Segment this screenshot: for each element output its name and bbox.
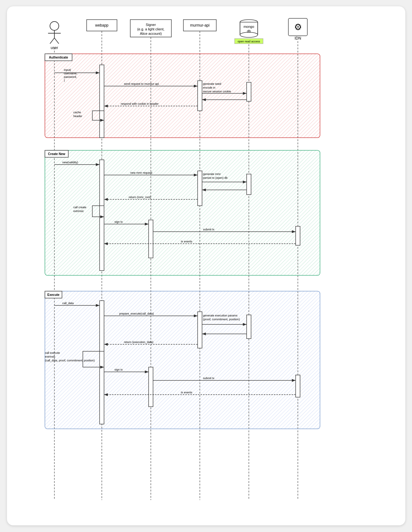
svg-point-20 — [240, 32, 258, 37]
webapp-label: webapp — [95, 23, 108, 28]
svg-text:IDN: IDN — [294, 36, 301, 41]
lifeline-user: user — [48, 22, 61, 50]
svg-text:(e.g. a light client,: (e.g. a light client, — [137, 27, 164, 31]
svg-text:Execute: Execute — [47, 293, 59, 297]
svg-text:Authenticate: Authenticate — [49, 56, 68, 59]
svg-text:murmur-api: murmur-api — [190, 23, 209, 28]
activation-mongo-execute — [247, 315, 251, 339]
label-sign-tx-execute: sign tx — [114, 368, 123, 371]
activation-idn-execute — [296, 375, 300, 397]
label-return-mmr-root: return (mmr_root) — [129, 196, 151, 199]
svg-text:persist to (open) db: persist to (open) db — [203, 176, 228, 179]
svg-text:mongo: mongo — [243, 25, 254, 28]
label-new-validity: new(validity) — [62, 161, 78, 164]
label-return-exec-data: return (execution_data) — [124, 341, 153, 344]
label-prepare-execute: prepare_execute(call_data) — [119, 312, 154, 315]
lifeline-mongo-db: mongo db open read access — [235, 20, 263, 44]
svg-point-4 — [50, 22, 59, 30]
sequence-svg: user webapp Signer (e.g. a light client,… — [13, 13, 399, 503]
svg-text:username,: username, — [64, 72, 77, 75]
activation-murmurapi-auth — [198, 81, 202, 111]
svg-line-7 — [50, 38, 54, 44]
svg-line-8 — [54, 38, 59, 44]
svg-text:extrinsic: extrinsic — [73, 210, 84, 213]
svg-text:(proof, commitment, position): (proof, commitment, position) — [203, 318, 240, 321]
label-send-request: send request to murmur-api — [124, 82, 159, 85]
label-submit-tx-create: submit tx — [203, 228, 215, 231]
svg-text:Alice account): Alice account) — [140, 32, 162, 35]
label-gen-mmr: generate mmr — [203, 172, 221, 176]
label-call-execute: call execute — [45, 351, 60, 354]
svg-text:encode in: encode in — [203, 86, 215, 89]
activation-webapp-execute — [100, 301, 104, 424]
svg-text:password,: password, — [64, 75, 77, 78]
lifeline-murmur-api: murmur-api — [183, 20, 216, 31]
svg-text:): ) — [64, 79, 65, 82]
svg-text:Signer: Signer — [146, 23, 156, 27]
activation-webapp-auth — [100, 65, 104, 138]
label-tx-events-create: tx events — [181, 240, 193, 243]
frame-create-new — [45, 150, 320, 275]
label-submit-tx-execute: submit tx — [203, 377, 215, 380]
lifeline-webapp: webapp — [87, 20, 117, 31]
activation-webapp-create — [100, 160, 104, 271]
svg-text:⚙: ⚙ — [294, 22, 302, 32]
activation-mongo-auth — [247, 82, 251, 101]
activation-mongo-create — [247, 174, 251, 195]
lifeline-signer: Signer (e.g. a light client, Alice accou… — [130, 20, 171, 37]
svg-text:Create New: Create New — [48, 152, 65, 156]
label-sign-tx-create: sign tx — [114, 220, 123, 223]
frame-authenticate — [45, 54, 320, 138]
label-call-data: call_data — [62, 302, 74, 305]
label-input: input( — [64, 68, 71, 72]
label-new-mmr: new mmr request — [130, 171, 152, 174]
label-gen-seed: generate seed — [203, 82, 221, 85]
diagram-container: user webapp Signer (e.g. a light client,… — [7, 6, 405, 525]
activation-idn-create — [296, 226, 300, 245]
svg-text:extrinsic: extrinsic — [45, 355, 56, 358]
activation-signer-create — [149, 220, 153, 258]
svg-text:db: db — [247, 29, 250, 33]
label-call-create: call create — [73, 206, 86, 209]
activation-murmurapi-execute — [198, 312, 202, 348]
activation-signer-execute — [149, 367, 153, 407]
main-content: user webapp Signer (e.g. a light client,… — [13, 13, 399, 503]
lifeline-idn: ⚙ IDN — [288, 18, 307, 41]
svg-text:header: header — [73, 115, 82, 118]
label-tx-events-execute: tx events — [181, 391, 193, 394]
activation-murmurapi-create — [198, 171, 202, 206]
svg-text:(call_data, proof, commitment,: (call_data, proof, commitment, position) — [45, 359, 95, 362]
svg-text:secure session cookie: secure session cookie — [203, 90, 231, 93]
open-read-badge: open read access — [237, 40, 260, 43]
label-respond-cookie: respond with cookie in header — [121, 102, 159, 105]
label-gen-exec-params: generate execution params — [203, 314, 238, 317]
label-cache-header: cache — [73, 111, 81, 114]
